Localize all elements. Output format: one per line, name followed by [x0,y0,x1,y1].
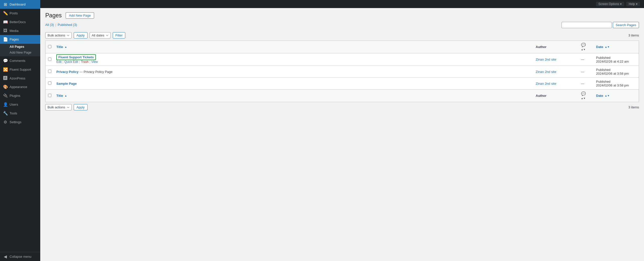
sort-date-footer-link[interactable]: Date ▲▼ [596,94,636,98]
table-header-row: Title ▲ Author 💬 ▲▼ Date ▲▼ [46,41,639,53]
sidebar-item-posts[interactable]: ✏️ Posts [0,9,40,18]
all-filter-link[interactable]: All (3) [45,23,54,27]
sidebar-item-media[interactable]: 🖼 Media [0,26,40,35]
row-date-cell: Published2024/02/06 at 3:58 pm [594,66,639,78]
sort-comments-footer-arrows: ▲▼ [581,97,586,100]
posts-icon: ✏️ [3,11,8,16]
date-status: Published [596,80,636,83]
sidebar-item-dashboard[interactable]: ⊞ Dashboard [0,0,40,9]
all-dates-select[interactable]: All dates [90,32,111,38]
row-action-edit[interactable]: Edit [56,60,62,64]
row-title-cell: Fluent Support TicketsEdit | Quick Edit … [54,53,533,66]
sort-title-footer-link[interactable]: Title ▲ [56,94,531,98]
topbar: Screen Options ▾ Help ▾ [40,0,644,8]
sidebar-item-betterdocs[interactable]: 📖 BetterDocs [0,18,40,26]
screen-options-chevron-icon: ▾ [620,2,622,6]
help-button[interactable]: Help ▾ [626,2,640,6]
apply-bottom-button[interactable]: Apply [74,104,88,110]
collapse-menu-button[interactable]: ◀ Collapse menu [0,252,40,261]
add-new-page-header-button[interactable]: Add New Page [66,12,94,19]
page-title-suffix: — Privacy Policy Page [78,70,112,74]
search-input[interactable] [561,22,612,28]
sidebar-item-azonpress[interactable]: 🅰 AzonPress [0,74,40,82]
row-author-cell: Zinan 2nd site [533,78,579,90]
row-comments-cell: — [579,53,594,66]
sidebar-item-appearance[interactable]: 🎨 Appearance [0,82,40,91]
sidebar-item-label: Fluent Support [10,68,31,71]
published-label: Published [58,23,72,27]
col-header-checkbox [46,41,54,53]
sort-title-link[interactable]: Title ▲ [56,45,531,49]
page-title: Pages [45,12,62,19]
col-header-comments: 💬 ▲▼ [579,41,594,53]
row-comments-cell: — [579,78,594,90]
row-author-cell: Zinan 2nd site [533,66,579,78]
users-icon: 👤 [3,102,8,107]
table-body: Fluent Support TicketsEdit | Quick Edit … [46,53,639,90]
row-checkbox-cell [46,78,54,90]
row-checkbox[interactable] [48,70,51,73]
date-value: 2024/02/06 at 3:58 pm [596,72,636,75]
row-date-cell: Published2024/02/06 at 3:58 pm [594,78,639,90]
table-row: Sample PageZinan 2nd site—Published2024/… [46,78,639,90]
appearance-icon: 🎨 [3,84,8,89]
add-new-page-link[interactable]: Add New Page [10,50,40,55]
sidebar-item-label: Settings [10,120,21,124]
apply-top-button[interactable]: Apply [74,32,88,38]
items-count-top: 3 items [628,33,639,37]
sort-date-footer-icon: ▲▼ [605,94,610,97]
row-checkbox[interactable] [48,58,51,61]
bottom-filters-row: Bulk actions Apply 3 items [45,104,639,110]
sort-title-footer-icon: ▲ [65,94,67,97]
row-checkbox-cell [46,66,54,78]
date-status: Published [596,68,636,72]
date-status: Published [596,56,636,60]
sidebar-item-pages[interactable]: 📄 Pages [0,35,40,44]
bulk-actions-top-select[interactable]: Bulk actions [45,32,72,38]
author-link[interactable]: Zinan 2nd site [536,58,556,61]
row-title-cell: Sample Page [54,78,533,90]
bulk-actions-bottom-select[interactable]: Bulk actions [45,104,72,110]
page-title-link[interactable]: Sample Page [56,82,77,85]
published-filter-link[interactable]: Published (3) [58,23,77,27]
row-action-trash[interactable]: Trash [81,60,89,64]
author-link[interactable]: Zinan 2nd site [536,70,556,74]
filter-button[interactable]: Filter [113,32,126,38]
row-action-quick-edit[interactable]: Quick Edit [64,60,78,64]
page-title-link[interactable]: Fluent Support Tickets [56,54,96,60]
sort-title-arrow-icon: ▲ [65,46,67,48]
select-all-checkbox-bottom[interactable] [48,94,51,97]
main-content: Screen Options ▾ Help ▾ Pages Add New Pa… [40,0,644,261]
select-all-checkbox-top[interactable] [48,45,51,48]
subsubsub-nav: All (3) | Published (3) [45,23,77,27]
sidebar-item-users[interactable]: 👤 Users [0,100,40,109]
search-pages-button[interactable]: Search Pages [613,22,639,28]
sidebar-item-tools[interactable]: 🔧 Tools [0,109,40,118]
published-count: (3) [73,23,77,27]
sidebar-item-label: Pages [10,37,19,41]
pages-submenu: All Pages Add New Page [0,44,40,56]
collapse-icon: ◀ [3,254,8,259]
row-action-view[interactable]: View [91,60,98,64]
all-pages-link[interactable]: All Pages [10,44,40,50]
action-separator: | [79,60,80,64]
sidebar-item-settings[interactable]: ⚙ Settings [0,118,40,126]
author-link[interactable]: Zinan 2nd site [536,82,556,85]
action-separator: | [63,60,63,64]
fluent-support-icon: 🔀 [3,67,8,72]
sort-comments-arrows: ▲▼ [581,48,586,51]
screen-options-button[interactable]: Screen Options ▾ [596,2,624,6]
row-checkbox[interactable] [48,81,51,85]
sidebar-item-fluent-support[interactable]: 🔀 Fluent Support [0,65,40,74]
sidebar-item-label: Posts [10,11,18,15]
sort-date-arrow-icon: ▲▼ [605,46,610,48]
row-date-cell: Published2024/02/26 at 4:22 am [594,53,639,66]
top-filters-row: Bulk actions Apply All dates Filter 3 it… [45,32,639,38]
table-row: Privacy Policy — Privacy Policy PageZina… [46,66,639,78]
sort-date-link[interactable]: Date ▲▼ [596,45,636,49]
sidebar-item-comments[interactable]: 💬 Comments [0,56,40,65]
page-title-link[interactable]: Privacy Policy [56,70,78,74]
table-footer-row: Title ▲ Author 💬 ▲▼ Date ▲▼ [46,90,639,102]
date-value: 2024/02/06 at 3:58 pm [596,83,636,87]
sidebar-item-plugins[interactable]: 🔌 Plugins [0,91,40,100]
